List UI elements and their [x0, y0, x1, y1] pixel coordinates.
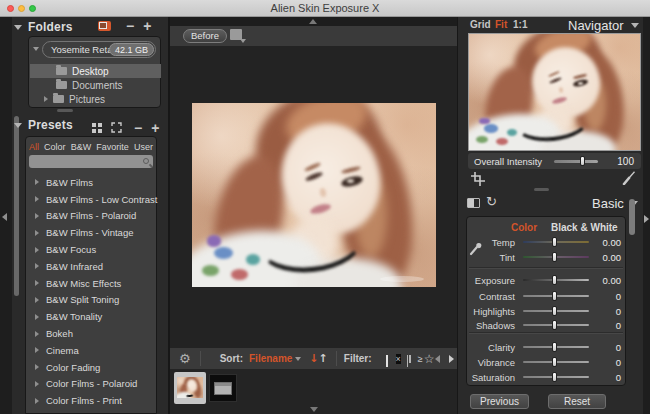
shadows-slider-track[interactable] — [523, 324, 589, 327]
add-folder-icon[interactable] — [98, 21, 111, 31]
panel-divider-handle[interactable] — [534, 188, 549, 191]
preset-group[interactable]: B&W Focus — [26, 241, 156, 258]
shadows-slider-knob[interactable] — [552, 320, 557, 330]
preset-group[interactable]: B&W Films — [26, 174, 156, 191]
expand-arrow-icon[interactable] — [35, 196, 39, 202]
preset-group[interactable]: B&W Misc Effects — [26, 275, 156, 292]
expand-arrow-icon[interactable] — [35, 347, 39, 353]
sort-caret-icon[interactable] — [295, 357, 301, 361]
remove-folder-button[interactable]: − — [126, 21, 134, 31]
split-preview-icon[interactable] — [467, 198, 480, 208]
contrast-slider-track[interactable] — [523, 295, 589, 298]
presets-disclosure-icon[interactable] — [14, 123, 22, 128]
main-photo[interactable] — [192, 103, 436, 287]
preset-group[interactable]: Bokeh — [26, 325, 156, 342]
preset-group[interactable]: B&W Infrared — [26, 258, 156, 275]
tab-favorite[interactable]: Favorite — [96, 142, 129, 152]
volume-row[interactable]: Yosemite Retail 42.1 GB — [42, 41, 156, 58]
folder-item-pictures[interactable]: Pictures — [30, 92, 161, 106]
preset-group[interactable]: B&W Films - Polaroid — [26, 208, 156, 225]
saturation-slider-track[interactable] — [523, 376, 589, 379]
view-mode-grid[interactable]: Grid — [470, 19, 491, 30]
crop-icon[interactable] — [471, 172, 485, 190]
preset-group[interactable]: B&W Films - Low Contrast — [26, 191, 156, 208]
clarity-slider-track[interactable] — [523, 346, 589, 349]
collapse-down-icon[interactable] — [310, 407, 318, 412]
expand-arrow-icon[interactable] — [44, 96, 48, 102]
filmstrip-thumbnail-selected[interactable] — [174, 372, 206, 404]
previous-photo-icon[interactable] — [435, 355, 440, 363]
expand-arrow-icon[interactable] — [35, 331, 39, 337]
tint-slider-knob[interactable] — [552, 252, 557, 262]
tab-user[interactable]: User — [134, 142, 153, 152]
reset-button[interactable]: Reset — [548, 394, 606, 409]
sync-icon[interactable]: ↻ — [486, 194, 497, 209]
highlights-slider-track[interactable] — [523, 310, 589, 313]
saturation-slider-knob[interactable] — [552, 372, 557, 382]
volume-disclosure-icon[interactable] — [33, 47, 39, 51]
tab-color[interactable]: Color — [44, 142, 66, 152]
expand-arrow-icon[interactable] — [35, 230, 39, 236]
brush-icon[interactable] — [622, 171, 636, 189]
gear-icon[interactable]: ⚙ — [179, 351, 191, 366]
previous-button[interactable]: Previous — [470, 394, 529, 409]
preset-group[interactable]: Color Films - Print - Low Contrast — [26, 409, 156, 414]
expand-arrow-icon[interactable] — [35, 381, 39, 387]
expand-view-icon[interactable] — [111, 119, 122, 137]
add-folder-button[interactable]: + — [143, 21, 151, 31]
expand-arrow-icon[interactable] — [35, 314, 39, 320]
navigator-disclosure-icon[interactable] — [631, 23, 639, 28]
contrast-slider-knob[interactable] — [552, 291, 557, 301]
filmstrip-thumbnail[interactable] — [209, 374, 237, 402]
view-mode-fit[interactable]: Fit — [495, 19, 507, 30]
sort-value[interactable]: Filename — [249, 353, 292, 364]
temp-slider-knob[interactable] — [552, 237, 557, 247]
highlights-slider-knob[interactable] — [552, 306, 557, 316]
expand-arrow-icon[interactable] — [35, 398, 39, 404]
intensity-slider-knob[interactable] — [580, 156, 585, 166]
view-mode-1to1[interactable]: 1:1 — [513, 19, 527, 30]
exposure-slider-track[interactable] — [523, 279, 589, 282]
folder-item-documents[interactable]: Documents — [30, 78, 161, 92]
sort-descending-icon[interactable]: ↓ — [309, 352, 318, 365]
star-icon[interactable]: ☆ — [424, 352, 435, 366]
collapse-left-icon[interactable] — [2, 213, 7, 221]
next-photo-icon[interactable] — [449, 355, 454, 363]
preset-group[interactable]: Cinema — [26, 342, 156, 359]
expand-arrow-icon[interactable] — [35, 364, 39, 370]
rating-ge-symbol[interactable]: ≥ — [418, 354, 423, 364]
right-scrollbar[interactable] — [629, 199, 635, 235]
expand-arrow-icon[interactable] — [35, 263, 39, 269]
navigator-thumbnail[interactable] — [468, 33, 641, 151]
preset-group[interactable]: Color Films - Print — [26, 392, 156, 409]
collapse-right-icon[interactable] — [644, 215, 649, 223]
tint-slider-track[interactable] — [523, 256, 589, 259]
add-preset-button[interactable]: + — [151, 123, 159, 133]
preset-group[interactable]: Color Films - Polaroid — [26, 376, 156, 393]
expand-arrow-icon[interactable] — [35, 247, 39, 253]
preset-group[interactable]: B&W Tonality — [26, 308, 156, 325]
exposure-slider-knob[interactable] — [552, 275, 557, 285]
left-scrollbar[interactable] — [14, 116, 19, 296]
expand-arrow-icon[interactable] — [35, 297, 39, 303]
before-button[interactable]: Before — [183, 29, 227, 43]
expand-arrow-icon[interactable] — [35, 213, 39, 219]
flag-unflagged-icon[interactable] — [409, 355, 411, 363]
temp-slider-track[interactable] — [523, 241, 589, 244]
tab-color[interactable]: Color — [511, 222, 537, 233]
preset-group[interactable]: B&W Split Toning — [26, 292, 156, 309]
flag-tool-caret-icon[interactable] — [240, 39, 246, 43]
panel-divider-handle[interactable] — [57, 109, 73, 112]
intensity-slider-track[interactable] — [554, 160, 598, 163]
grid-view-icon[interactable] — [92, 123, 102, 133]
clarity-slider-knob[interactable] — [552, 342, 557, 352]
preset-group[interactable]: B&W Films - Vintage — [26, 224, 156, 241]
folders-disclosure-icon[interactable] — [14, 25, 22, 30]
tab-bw[interactable]: B&W — [71, 142, 92, 152]
folder-item-desktop[interactable]: Desktop — [30, 64, 161, 78]
vibrance-slider-track[interactable] — [523, 361, 589, 364]
preset-search-input[interactable] — [29, 155, 153, 168]
collapse-up-icon[interactable] — [309, 19, 317, 24]
tab-black-and-white[interactable]: Black & White — [551, 222, 618, 233]
expand-arrow-icon[interactable] — [35, 280, 39, 286]
